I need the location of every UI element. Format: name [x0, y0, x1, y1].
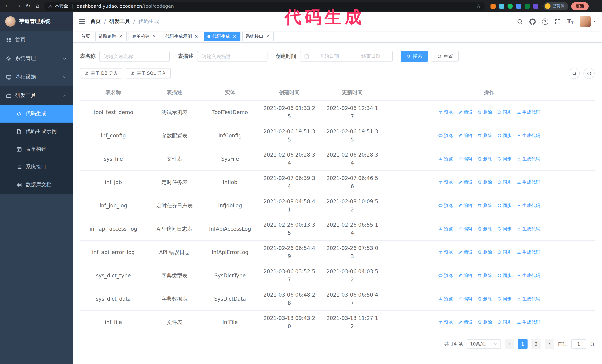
toggle-search-button[interactable]: [569, 68, 580, 79]
edit-action[interactable]: 编辑: [458, 201, 472, 210]
generate-code-action[interactable]: 生成代码: [517, 271, 540, 280]
sync-action[interactable]: 同步: [497, 108, 512, 116]
sidebar-item-dev-tools[interactable]: 研发工具: [0, 86, 73, 105]
github-icon[interactable]: [529, 18, 536, 25]
delete-action[interactable]: 删除: [478, 295, 492, 303]
app-logo[interactable]: 芋道管理系统: [0, 12, 73, 31]
preview-action[interactable]: 预览: [438, 155, 453, 163]
update-button[interactable]: 更新: [571, 2, 589, 10]
next-page-button[interactable]: [545, 339, 554, 349]
edit-action[interactable]: 编辑: [458, 271, 472, 280]
forward-icon[interactable]: →: [15, 3, 20, 9]
sync-action[interactable]: 同步: [497, 178, 512, 186]
reload-icon[interactable]: ↻: [26, 3, 30, 9]
close-icon[interactable]: ×: [118, 34, 123, 39]
search-button[interactable]: 搜索: [401, 51, 428, 62]
generate-code-action[interactable]: 生成代码: [517, 201, 540, 210]
font-size-icon[interactable]: TT: [567, 18, 573, 25]
page-number-1[interactable]: 1: [518, 339, 527, 349]
sync-action[interactable]: 同步: [497, 295, 512, 303]
url-text[interactable]: dashboard.yudao.iocoder.cn/tool/codegen: [77, 3, 474, 9]
page-number-2[interactable]: 2: [531, 339, 541, 349]
extension-icon[interactable]: [533, 3, 538, 9]
generate-code-action[interactable]: 生成代码: [517, 318, 540, 326]
delete-action[interactable]: 删除: [478, 155, 492, 163]
delete-action[interactable]: 删除: [478, 225, 492, 233]
tab-home[interactable]: 首页: [78, 32, 93, 41]
close-icon[interactable]: ×: [151, 34, 157, 39]
prev-page-button[interactable]: [505, 339, 514, 349]
paused-badge[interactable]: 已暂停: [543, 2, 568, 10]
generate-code-action[interactable]: 生成代码: [517, 178, 540, 186]
generate-code-action[interactable]: 生成代码: [517, 131, 540, 140]
preview-action[interactable]: 预览: [438, 295, 453, 303]
close-icon[interactable]: ×: [232, 34, 237, 39]
delete-action[interactable]: 删除: [478, 178, 492, 186]
search-icon[interactable]: [517, 18, 523, 25]
edit-action[interactable]: 编辑: [458, 131, 472, 140]
reset-button[interactable]: 重置: [431, 51, 459, 62]
tab-link-tracing[interactable]: 链路追踪×: [95, 32, 127, 41]
delete-action[interactable]: 删除: [478, 271, 492, 280]
sync-action[interactable]: 同步: [497, 225, 512, 233]
preview-action[interactable]: 预览: [438, 248, 453, 256]
tab-system-api[interactable]: 系统接口×: [242, 32, 274, 41]
address-bar[interactable]: ⚠ 不安全 dashboard.yudao.iocoder.cn/tool/co…: [44, 2, 485, 10]
delete-action[interactable]: 删除: [478, 108, 492, 116]
close-icon[interactable]: ×: [194, 34, 199, 39]
import-sql-button[interactable]: 基于 SQL 导入: [126, 68, 171, 79]
delete-action[interactable]: 删除: [478, 318, 492, 326]
edit-action[interactable]: 编辑: [458, 295, 472, 303]
tab-codegen[interactable]: 代码生成×: [204, 32, 240, 41]
sidebar-item-system-management[interactable]: 系统管理: [0, 49, 73, 68]
edit-action[interactable]: 编辑: [458, 318, 472, 326]
browser-menu-icon[interactable]: ⋮: [592, 3, 598, 9]
tab-codegen-example[interactable]: 代码生成示例×: [162, 32, 202, 41]
close-icon[interactable]: ×: [265, 34, 270, 39]
edit-action[interactable]: 编辑: [458, 248, 472, 256]
edit-action[interactable]: 编辑: [458, 155, 472, 163]
preview-action[interactable]: 预览: [438, 131, 453, 140]
generate-code-action[interactable]: 生成代码: [517, 225, 540, 233]
extension-icon[interactable]: [516, 3, 521, 9]
preview-action[interactable]: 预览: [438, 178, 453, 186]
preview-action[interactable]: 预览: [438, 271, 453, 280]
generate-code-action[interactable]: 生成代码: [517, 155, 540, 163]
preview-action[interactable]: 预览: [438, 201, 453, 210]
generate-code-action[interactable]: 生成代码: [517, 295, 540, 303]
edit-action[interactable]: 编辑: [458, 225, 472, 233]
generate-code-action[interactable]: 生成代码: [517, 108, 540, 116]
extension-icon[interactable]: [491, 3, 496, 9]
preview-action[interactable]: 预览: [438, 225, 453, 233]
sidebar-item-home[interactable]: 首页: [0, 31, 73, 49]
delete-action[interactable]: 删除: [478, 248, 492, 256]
sidebar-item-system-api[interactable]: 系统接口: [0, 158, 73, 176]
edit-action[interactable]: 编辑: [458, 178, 472, 186]
sidebar-item-db-doc[interactable]: 数据库文档: [0, 176, 73, 194]
user-menu[interactable]: [580, 16, 596, 27]
sync-action[interactable]: 同步: [497, 131, 512, 140]
security-label[interactable]: 不安全: [55, 3, 68, 9]
extension-icon[interactable]: [525, 3, 530, 9]
goto-page-input[interactable]: [571, 339, 586, 349]
breadcrumb-dev-tools[interactable]: 研发工具: [109, 18, 130, 25]
fullscreen-icon[interactable]: [555, 18, 561, 25]
help-icon[interactable]: ?: [542, 18, 548, 25]
sidebar-item-infrastructure[interactable]: 基础设施: [0, 68, 73, 86]
sidebar-collapse-icon[interactable]: [78, 18, 85, 25]
import-db-button[interactable]: 基于 DB 导入: [80, 68, 122, 79]
sync-action[interactable]: 同步: [497, 155, 512, 163]
back-icon[interactable]: ←: [5, 3, 10, 9]
table-desc-input[interactable]: [197, 51, 268, 62]
delete-action[interactable]: 删除: [478, 201, 492, 210]
table-name-input[interactable]: [99, 51, 170, 62]
breadcrumb-home[interactable]: 首页: [90, 18, 101, 25]
home-icon[interactable]: ⌂: [36, 3, 39, 9]
extension-icon[interactable]: [507, 3, 513, 9]
sidebar-item-codegen[interactable]: 代码生成: [0, 105, 73, 123]
delete-action[interactable]: 删除: [478, 131, 492, 140]
tab-form-builder[interactable]: 表单构建×: [129, 32, 160, 41]
sync-action[interactable]: 同步: [497, 248, 512, 256]
generate-code-action[interactable]: 生成代码: [517, 248, 540, 256]
sidebar-item-form-builder[interactable]: 表单构建: [0, 140, 73, 158]
